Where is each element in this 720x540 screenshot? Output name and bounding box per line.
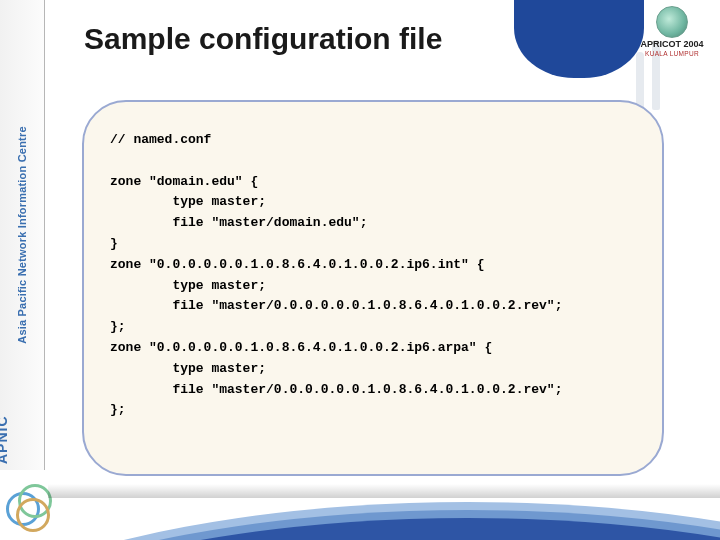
sidebar-org-text: Asia Pacific Network Information Centre: [16, 126, 28, 343]
slide-title: Sample configuration file: [84, 22, 442, 56]
decorative-bottom-curve: [48, 494, 720, 540]
badge-subtitle: KUALA LUMPUR: [630, 50, 714, 57]
code-content: // named.conf zone "domain.edu" { type m…: [110, 130, 638, 421]
conference-badge: APRICOT 2004 KUALA LUMPUR: [630, 6, 714, 57]
apnic-logo-icon: [6, 484, 50, 528]
globe-icon: [656, 6, 688, 38]
sidebar-logo-label: APNIC: [0, 415, 10, 464]
badge-title: APRICOT 2004: [630, 40, 714, 50]
slide: Asia Pacific Network Information Centre …: [0, 0, 720, 540]
code-box: // named.conf zone "domain.edu" { type m…: [82, 100, 664, 476]
sidebar: Asia Pacific Network Information Centre: [0, 0, 45, 470]
